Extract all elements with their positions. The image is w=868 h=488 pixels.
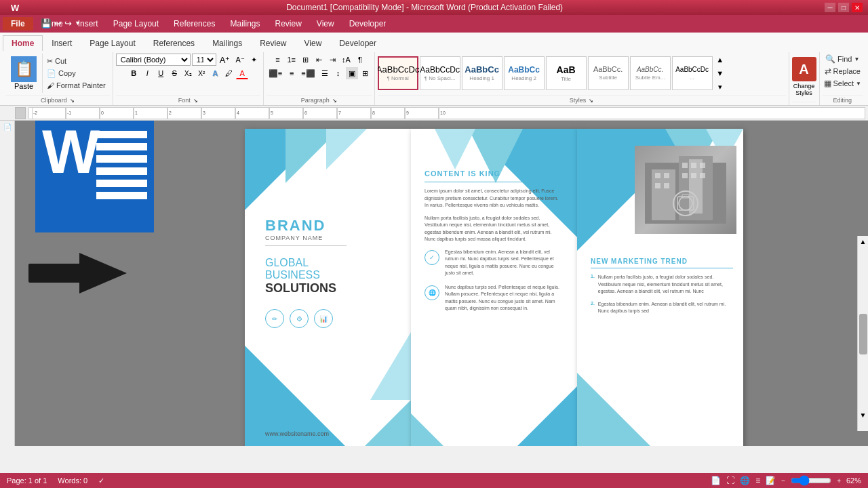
styles-dialog-btn[interactable]: ↘: [589, 98, 593, 104]
strikethrough-button[interactable]: S: [168, 67, 180, 79]
brand-text: BRAND: [265, 217, 397, 235]
zoom-slider[interactable]: [791, 475, 831, 486]
scroll-down-btn[interactable]: ▼: [858, 409, 868, 420]
font-name-select[interactable]: Calibri (Body): [116, 54, 191, 66]
align-right-button[interactable]: ≡⬛: [299, 67, 317, 79]
view-fullscreen-btn[interactable]: ⛶: [726, 476, 734, 485]
tab-page-layout[interactable]: Page Layout: [81, 35, 144, 51]
font-dialog-btn[interactable]: ↘: [193, 98, 198, 104]
styles-scroll-down[interactable]: ▼: [714, 67, 726, 79]
find-button[interactable]: 🔍 Find ▼: [824, 54, 861, 64]
zoom-in-btn[interactable]: +: [837, 477, 841, 485]
view-draft-btn[interactable]: 📝: [766, 476, 776, 485]
ruler-corner[interactable]: [15, 107, 26, 119]
style-no-spacing[interactable]: AaBbCcDc ¶ No Spaci...: [420, 56, 460, 90]
paragraph-dialog-btn[interactable]: ↘: [332, 98, 337, 104]
menu-developer[interactable]: Developer: [342, 17, 393, 30]
font-grow-button[interactable]: A⁺: [218, 54, 233, 66]
font-shrink-button[interactable]: A⁻: [233, 54, 246, 66]
multilevel-list-button[interactable]: ⊞: [299, 54, 311, 66]
menu-mailings[interactable]: Mailings: [223, 17, 267, 30]
style-subtle-emphasis[interactable]: AaBbCc. Subtle Em...: [630, 56, 671, 90]
font-color-button[interactable]: A: [236, 67, 248, 79]
view-print-btn[interactable]: 📄: [711, 476, 721, 485]
zoom-out-btn[interactable]: −: [781, 477, 785, 485]
file-menu[interactable]: File: [3, 17, 33, 30]
select-button[interactable]: ▦ Select ▼: [823, 78, 863, 89]
clear-format-button[interactable]: ✦: [248, 54, 260, 66]
decrease-indent-button[interactable]: ⇤: [313, 54, 325, 66]
styles-scroll-up[interactable]: ▲: [714, 54, 726, 66]
scroll-thumb[interactable]: [859, 314, 867, 354]
tab-insert[interactable]: Insert: [43, 35, 81, 51]
shading-button[interactable]: ▣: [346, 67, 358, 79]
sort-button[interactable]: ↕A: [340, 54, 353, 66]
font-size-select[interactable]: 11: [192, 54, 216, 66]
underline-button[interactable]: U: [155, 67, 167, 79]
doc-view-btn[interactable]: 📄: [3, 123, 12, 131]
styles-more[interactable]: ▾: [714, 81, 726, 93]
ribbon: Home Insert Page Layout References Maili…: [0, 33, 868, 106]
scroll-up-btn[interactable]: ▲: [858, 236, 868, 247]
show-marks-button[interactable]: ¶: [354, 54, 366, 66]
mp-icon-2: 🌐: [425, 285, 439, 300]
vertical-scrollbar[interactable]: ▲ ▼: [857, 236, 868, 431]
rp-divider: [591, 268, 733, 268]
bold-button[interactable]: B: [127, 67, 140, 79]
style-heading1[interactable]: AaBbCc Heading 1: [462, 56, 502, 90]
numbering-button[interactable]: 1≡: [285, 54, 298, 66]
maximize-button[interactable]: □: [838, 3, 849, 12]
style-normal[interactable]: AaBbCcDc ¶ Normal: [378, 56, 418, 90]
align-left-button[interactable]: ⬛≡: [267, 67, 284, 79]
align-center-button[interactable]: ≡: [285, 67, 298, 79]
menu-page-layout[interactable]: Page Layout: [106, 17, 165, 30]
format-painter-button[interactable]: 🖌 Format Painter: [45, 81, 107, 90]
minimize-button[interactable]: ─: [825, 3, 835, 12]
text-effects-button[interactable]: A: [209, 67, 221, 79]
copy-button[interactable]: 📄 Copy: [45, 68, 107, 79]
menu-view[interactable]: View: [310, 17, 341, 30]
tab-mailings[interactable]: Mailings: [203, 35, 251, 51]
lp-content: BRAND COMPANY NAME GLOBAL BUSINESS SOLUT…: [265, 217, 397, 328]
tab-view[interactable]: View: [296, 35, 331, 51]
close-button[interactable]: ✕: [852, 3, 863, 12]
clipboard-dialog-btn[interactable]: ↘: [70, 98, 75, 104]
replace-button[interactable]: ⇄ Replace: [823, 66, 862, 77]
tab-home[interactable]: Home: [3, 35, 43, 51]
subscript-button[interactable]: X₂: [182, 67, 194, 79]
style-heading2[interactable]: AaBbCc Heading 2: [504, 56, 545, 90]
qa-customize[interactable]: ▼: [75, 20, 81, 26]
qa-redo[interactable]: ↪: [64, 18, 72, 28]
word-w-letter: W: [42, 121, 100, 187]
svg-text:7: 7: [338, 110, 341, 115]
menu-review[interactable]: Review: [268, 17, 308, 30]
paste-button[interactable]: 📋 Paste: [5, 54, 43, 93]
svg-text:-2: -2: [33, 110, 37, 115]
tab-review[interactable]: Review: [251, 35, 295, 51]
qa-undo[interactable]: ↩: [54, 18, 62, 28]
view-web-btn[interactable]: 🌐: [740, 476, 750, 485]
tab-references[interactable]: References: [144, 35, 203, 51]
justify-button[interactable]: ☰: [319, 67, 331, 79]
style-title[interactable]: AaB Title: [546, 56, 587, 90]
main-area: 📄 W: [0, 121, 868, 446]
tab-developer[interactable]: Developer: [330, 35, 385, 51]
superscript-button[interactable]: X²: [195, 67, 208, 79]
svg-rect-34: [664, 183, 669, 188]
spell-check-icon[interactable]: ✓: [98, 476, 104, 485]
business-text: BUSINESS: [265, 269, 397, 281]
view-outline-btn[interactable]: ≡: [755, 476, 760, 485]
cut-button[interactable]: ✂ Cut: [45, 56, 107, 66]
change-styles-button[interactable]: A ChangeStyles: [792, 57, 816, 96]
document-area: W: [15, 121, 868, 446]
menu-references[interactable]: References: [167, 17, 222, 30]
borders-button[interactable]: ⊞: [359, 67, 372, 79]
text-highlight-button[interactable]: 🖊: [222, 67, 235, 79]
increase-indent-button[interactable]: ⇥: [326, 54, 338, 66]
line-spacing-button[interactable]: ↕: [332, 67, 344, 79]
bullets-button[interactable]: ≡: [271, 54, 283, 66]
style-more[interactable]: AaBbCcDc ...: [672, 56, 713, 90]
style-subtitle[interactable]: AaBbCc. Subtitle: [588, 56, 629, 90]
qa-save[interactable]: 💾: [41, 18, 52, 28]
italic-button[interactable]: I: [141, 67, 153, 79]
